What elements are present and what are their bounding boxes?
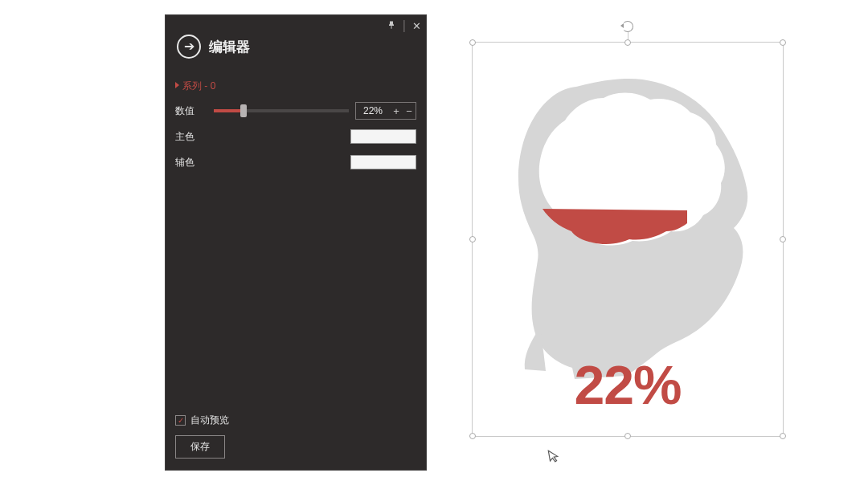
back-button[interactable]: ➔	[177, 35, 201, 59]
panel-title: 编辑器	[209, 38, 250, 56]
resize-handle-br[interactable]	[780, 433, 786, 439]
resize-handle-b[interactable]	[624, 433, 631, 439]
main-color-label: 主色	[175, 130, 214, 144]
slider-thumb[interactable]	[240, 104, 247, 117]
close-icon[interactable]: ✕	[412, 20, 421, 32]
triangle-right-icon	[175, 82, 179, 88]
cursor-icon	[547, 448, 563, 468]
main-color-row: 主色	[175, 125, 416, 148]
checkbox-icon: ✓	[175, 415, 186, 426]
chart-object[interactable]: 22%	[472, 42, 784, 437]
pin-icon[interactable]	[387, 20, 396, 32]
value-input-box: 22% + −	[355, 102, 416, 120]
rotate-connector	[628, 32, 628, 42]
header-divider: |	[403, 18, 406, 33]
auto-preview-label: 自动预览	[190, 414, 229, 427]
value-slider[interactable]	[214, 109, 349, 112]
series-label: 系列 - 0	[182, 80, 215, 92]
resize-handle-l[interactable]	[469, 236, 476, 243]
aux-color-label: 辅色	[175, 156, 214, 169]
value-label: 数值	[175, 104, 214, 118]
value-row: 数值 22% + −	[175, 100, 416, 122]
rotate-handle[interactable]	[622, 21, 633, 32]
main-color-swatch[interactable]	[350, 129, 416, 144]
aux-color-swatch[interactable]	[350, 155, 416, 169]
value-display[interactable]: 22%	[356, 105, 390, 116]
save-button[interactable]: 保存	[175, 435, 225, 459]
percent-label: 22%	[472, 353, 784, 416]
value-decrement[interactable]: −	[403, 105, 416, 117]
arrow-right-icon: ➔	[184, 40, 194, 53]
resize-handle-r[interactable]	[780, 236, 786, 243]
resize-handle-tl[interactable]	[469, 39, 476, 46]
series-header[interactable]: 系列 - 0	[175, 75, 416, 100]
head-brain-chart	[488, 58, 768, 395]
resize-handle-bl[interactable]	[469, 433, 476, 439]
editor-panel: | ✕ ➔ 编辑器 系列 - 0 数值 22% + −	[165, 14, 427, 471]
auto-preview-checkbox[interactable]: ✓ 自动预览	[175, 414, 416, 427]
aux-color-row: 辅色	[175, 151, 416, 173]
resize-handle-tr[interactable]	[780, 39, 786, 46]
value-increment[interactable]: +	[390, 105, 403, 117]
